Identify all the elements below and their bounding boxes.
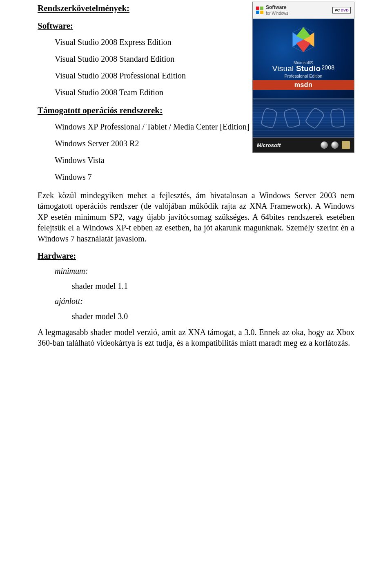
rating-dot-icon [331, 141, 339, 149]
hardware-recommended-value: shader model 3.0 [72, 312, 354, 321]
hardware-minimum-label: minimum: [55, 266, 354, 276]
msdn-band: msdn [253, 80, 354, 90]
boxart-screens-strip [253, 98, 354, 138]
visual-studio-icon [285, 25, 322, 54]
boxart-software-label: Software for Windows [266, 4, 288, 16]
windows-flag-icon [256, 7, 263, 14]
boxart-edition-line: Professional Edition msdn [253, 74, 354, 90]
boxart-name-bold: Studio [296, 64, 321, 73]
list-item: Windows Vista [55, 156, 354, 165]
boxart-sub: for Windows [266, 11, 288, 16]
boxart-footer-brand: Microsoft [257, 142, 281, 148]
hardware-recommended-label: ajánlott: [55, 297, 354, 306]
boxart-name-prefix: Visual [272, 64, 294, 73]
boxart-footer-icons [321, 141, 350, 149]
rating-dot-icon [321, 141, 328, 149]
certification-emblem-icon [342, 141, 350, 149]
software-box-art: Software for Windows PCDVD Microsoft® Vi… [252, 2, 354, 153]
os-paragraph: Ezek közül mindegyiken mehet a fejleszté… [38, 190, 354, 244]
boxart-topbar: Software for Windows PCDVD [253, 2, 354, 19]
boxart-product-name: Visual Studio2008 [253, 64, 354, 73]
boxart-year: 2008 [321, 64, 334, 71]
boxart-brand: Software [266, 4, 287, 10]
hardware-minimum-value: shader model 1.1 [72, 282, 354, 291]
boxart-title-block: Microsoft® Visual Studio2008 Professiona… [253, 60, 354, 90]
boxart-main: Microsoft® Visual Studio2008 Professiona… [253, 19, 354, 152]
boxart-footer: Microsoft [253, 138, 354, 152]
pc-dvd-badge: PCDVD [332, 7, 351, 13]
heading-hardware: Hardware: [38, 251, 354, 261]
boxart-topbar-left: Software for Windows [256, 4, 288, 16]
list-item: Windows 7 [55, 172, 354, 182]
shader-paragraph: A legmagasabb shader model verzió, amit … [38, 327, 354, 349]
